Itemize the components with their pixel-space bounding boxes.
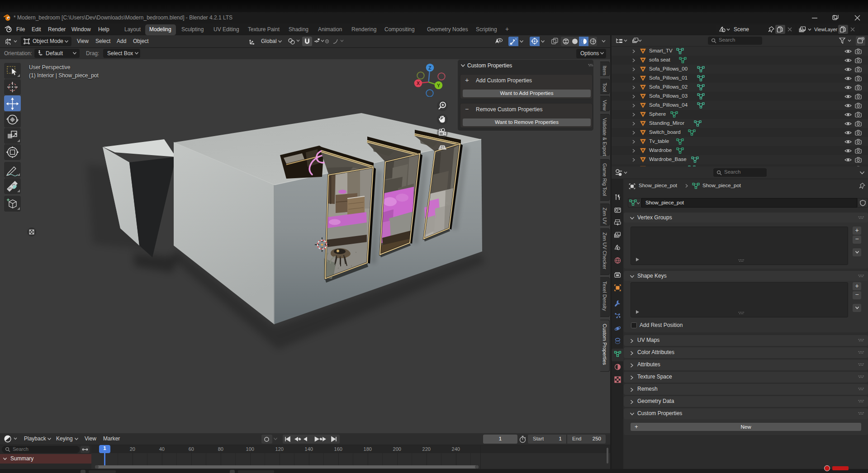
svg-text:Z: Z (428, 65, 432, 71)
svg-text:X: X (417, 80, 420, 86)
svg-text:Y: Y (437, 83, 440, 88)
